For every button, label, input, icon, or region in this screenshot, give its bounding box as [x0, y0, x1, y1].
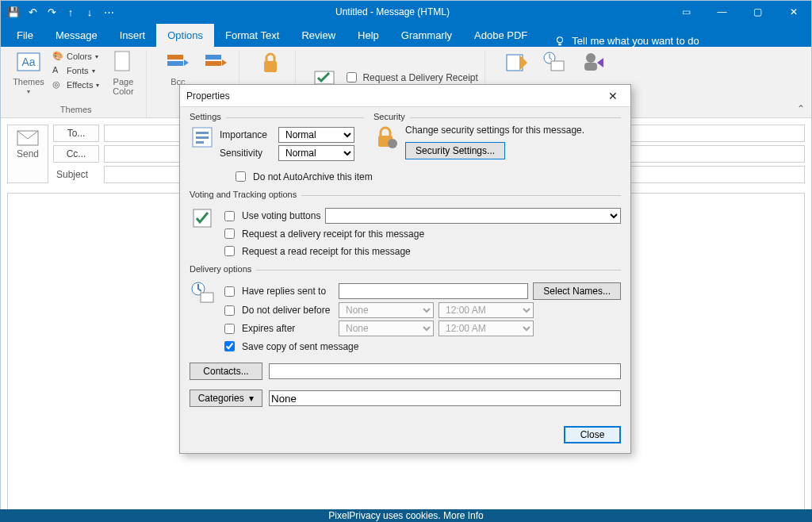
security-icon: [373, 125, 399, 150]
no-deliver-before-label: Do not deliver before: [242, 305, 334, 316]
colors-button[interactable]: 🎨Colors▾: [50, 50, 102, 63]
svg-text:Aa: Aa: [21, 56, 35, 68]
from-icon: [203, 50, 228, 75]
svg-rect-8: [264, 61, 277, 72]
svg-rect-17: [196, 132, 209, 134]
req-read-checkbox[interactable]: [224, 246, 235, 256]
maximize-button[interactable]: ▢: [740, 1, 776, 23]
tab-format-text[interactable]: Format Text: [214, 24, 290, 47]
save-copy-checkbox[interactable]: [224, 341, 235, 351]
delay-icon: [542, 50, 567, 75]
send-button[interactable]: Send: [7, 125, 48, 183]
tab-options[interactable]: Options: [156, 24, 214, 47]
autoarchive-checkbox[interactable]: [236, 171, 246, 182]
svg-rect-19: [196, 141, 204, 144]
dialog-close-button[interactable]: ✕: [602, 88, 624, 104]
page-color-button[interactable]: Page Color: [106, 50, 140, 96]
req-read-label: Request a read receipt for this message: [242, 246, 411, 257]
qat-customize-icon[interactable]: ⋯: [101, 4, 117, 20]
cc-button[interactable]: Cc...: [53, 145, 99, 163]
bcc-icon: [165, 50, 190, 75]
req-delivery-checkbox[interactable]: [224, 228, 235, 239]
delay-delivery-button[interactable]: [538, 50, 571, 75]
quick-access-toolbar: 💾 ↶ ↷ ↑ ↓ ⋯: [1, 1, 117, 23]
select-names-button[interactable]: Select Names...: [533, 282, 621, 300]
bcc-button[interactable]: Bcc: [161, 50, 194, 86]
deliver-date-select[interactable]: None: [339, 302, 434, 318]
tab-review[interactable]: Review: [290, 24, 347, 47]
from-button[interactable]: [199, 50, 232, 75]
tab-insert[interactable]: Insert: [109, 24, 157, 47]
effects-icon: ◎: [52, 79, 63, 90]
close-button[interactable]: ✕: [776, 1, 811, 23]
effects-button[interactable]: ◎Effects▾: [50, 79, 102, 91]
down-icon[interactable]: ↓: [82, 4, 98, 20]
voting-options-select[interactable]: [325, 208, 621, 224]
security-text: Change security settings for this messag…: [405, 125, 584, 136]
contacts-button[interactable]: Contacts...: [190, 363, 262, 380]
use-voting-label: Use voting buttons: [242, 210, 320, 221]
delivery-icon: [190, 280, 215, 305]
direct-replies-button[interactable]: [576, 50, 609, 75]
chevron-down-icon: ▾: [27, 88, 30, 95]
no-deliver-before-checkbox[interactable]: [224, 305, 235, 316]
themes-button[interactable]: Aa Themes ▾: [12, 50, 45, 95]
fonts-icon: A: [52, 65, 63, 76]
ribbon-tabs: File Message Insert Options Format Text …: [1, 23, 811, 47]
expires-after-checkbox[interactable]: [224, 324, 235, 334]
contacts-field[interactable]: [269, 363, 621, 379]
save-sent-button[interactable]: [500, 50, 533, 75]
to-button[interactable]: To...: [53, 125, 99, 142]
expires-date-select[interactable]: None: [339, 320, 434, 336]
fieldset-delivery: Delivery options: [190, 264, 251, 274]
request-delivery-receipt-checkbox[interactable]: Request a Delivery Receipt: [343, 70, 477, 85]
ribbon-group-themes: Aa Themes ▾ 🎨Colors▾ AFonts▾ ◎Effects▾ P…: [6, 50, 147, 117]
save-icon[interactable]: 💾: [6, 4, 21, 20]
svg-point-13: [586, 53, 596, 63]
tab-adobe-pdf[interactable]: Adobe PDF: [463, 24, 538, 47]
dialog-title: Properties: [186, 90, 230, 102]
up-icon[interactable]: ↑: [63, 4, 79, 20]
cookie-banner: PixelPrivacy uses cookies. More Info: [0, 509, 812, 522]
categories-button[interactable]: Categories ▾: [190, 390, 262, 407]
categories-field[interactable]: [269, 390, 621, 406]
use-voting-checkbox[interactable]: [224, 211, 235, 221]
title-bar: 💾 ↶ ↷ ↑ ↓ ⋯ Untitled - Message (HTML) ▭ …: [1, 1, 811, 23]
close-dialog-button[interactable]: Close: [564, 426, 621, 443]
envelope-icon: [17, 130, 39, 146]
have-replies-checkbox[interactable]: [224, 286, 235, 297]
svg-rect-3: [115, 52, 129, 71]
delivery-receipt-check[interactable]: [347, 72, 357, 83]
svg-rect-12: [551, 61, 564, 71]
tab-help[interactable]: Help: [347, 24, 390, 47]
tab-grammarly[interactable]: Grammarly: [390, 24, 463, 47]
tab-file[interactable]: File: [6, 24, 44, 47]
undo-icon[interactable]: ↶: [25, 4, 40, 20]
svg-point-21: [388, 139, 397, 148]
tab-message[interactable]: Message: [44, 24, 109, 47]
minimize-button[interactable]: —: [704, 1, 740, 23]
collapse-ribbon-icon[interactable]: ⌃: [797, 103, 805, 114]
expires-time-select[interactable]: 12:00 AM: [439, 320, 534, 336]
colors-icon: 🎨: [52, 51, 63, 62]
fonts-button[interactable]: AFonts▾: [50, 64, 102, 77]
importance-label: Importance: [220, 129, 274, 140]
ribbon-display-icon[interactable]: ▭: [668, 1, 704, 23]
importance-select[interactable]: Normal: [278, 127, 354, 143]
svg-rect-4: [167, 55, 183, 59]
save-copy-label: Save copy of sent message: [242, 341, 358, 352]
expires-after-label: Expires after: [242, 323, 334, 334]
sensitivity-label: Sensitivity: [220, 148, 274, 159]
security-settings-button[interactable]: Security Settings...: [405, 142, 505, 159]
svg-rect-6: [205, 55, 221, 59]
svg-rect-18: [196, 136, 209, 139]
svg-point-0: [557, 36, 563, 42]
deliver-time-select[interactable]: 12:00 AM: [439, 302, 534, 318]
redo-icon[interactable]: ↷: [44, 4, 59, 20]
sensitivity-select[interactable]: Normal: [278, 145, 354, 161]
tell-me-search[interactable]: Tell me what you want to do: [538, 35, 699, 47]
fieldset-security: Security: [373, 112, 405, 121]
dialog-titlebar[interactable]: Properties ✕: [180, 85, 630, 107]
permission-button[interactable]: [254, 50, 287, 75]
replies-to-field[interactable]: [339, 283, 528, 299]
